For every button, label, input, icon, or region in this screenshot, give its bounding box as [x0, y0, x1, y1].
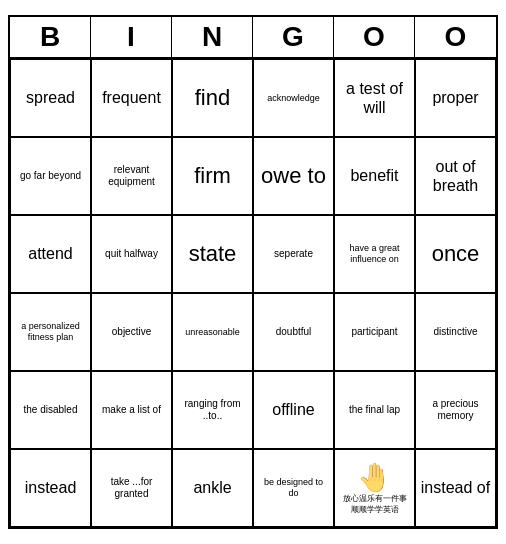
- bingo-grid: spread frequent find acknowledge a test …: [10, 59, 496, 527]
- cell-23: distinctive: [415, 293, 496, 371]
- cell-24: the disabled: [10, 371, 91, 449]
- bingo-card: B I N G O O spread frequent find acknowl…: [8, 15, 498, 529]
- cell-1: frequent: [91, 59, 172, 137]
- cell-4: a test of will: [334, 59, 415, 137]
- cell-10: benefit: [334, 137, 415, 215]
- cell-17: once: [415, 215, 496, 293]
- cell-32: ankle: [172, 449, 253, 527]
- cell-21: doubtful: [253, 293, 334, 371]
- cell-26: ranging from ..to..: [172, 371, 253, 449]
- cell-7: relevant equipment: [91, 137, 172, 215]
- cell-14: state: [172, 215, 253, 293]
- cell-20: unreasonable: [172, 293, 253, 371]
- header-n: N: [172, 17, 253, 57]
- header-g: G: [253, 17, 334, 57]
- stamp-text: 放心温乐有一件事 顺顺学学英语: [343, 494, 407, 515]
- cell-6: go far beyond: [10, 137, 91, 215]
- cell-16: have a great influence on: [334, 215, 415, 293]
- cell-15: seperate: [253, 215, 334, 293]
- header-o1: O: [334, 17, 415, 57]
- cell-29: a precious memory: [415, 371, 496, 449]
- bingo-header: B I N G O O: [10, 17, 496, 59]
- cell-11: out of breath: [415, 137, 496, 215]
- cell-28: the final lap: [334, 371, 415, 449]
- cell-19: objective: [91, 293, 172, 371]
- cell-18: a personalized fitness plan: [10, 293, 91, 371]
- cell-0: spread: [10, 59, 91, 137]
- cell-22: participant: [334, 293, 415, 371]
- header-o2: O: [415, 17, 496, 57]
- cell-33: be designed to do: [253, 449, 334, 527]
- cell-31: take ...for granted: [91, 449, 172, 527]
- cell-3: acknowledge: [253, 59, 334, 137]
- cell-35: instead of: [415, 449, 496, 527]
- cell-27: offline: [253, 371, 334, 449]
- cell-8: firm: [172, 137, 253, 215]
- cell-30: instead: [10, 449, 91, 527]
- header-i: I: [91, 17, 172, 57]
- cell-12: attend: [10, 215, 91, 293]
- stamp-icon: 🤚: [343, 461, 407, 495]
- cell-34-stamp: 🤚 放心温乐有一件事 顺顺学学英语: [334, 449, 415, 527]
- cell-9: owe to: [253, 137, 334, 215]
- cell-13: quit halfway: [91, 215, 172, 293]
- cell-5: proper: [415, 59, 496, 137]
- cell-2: find: [172, 59, 253, 137]
- header-b: B: [10, 17, 91, 57]
- cell-25: make a list of: [91, 371, 172, 449]
